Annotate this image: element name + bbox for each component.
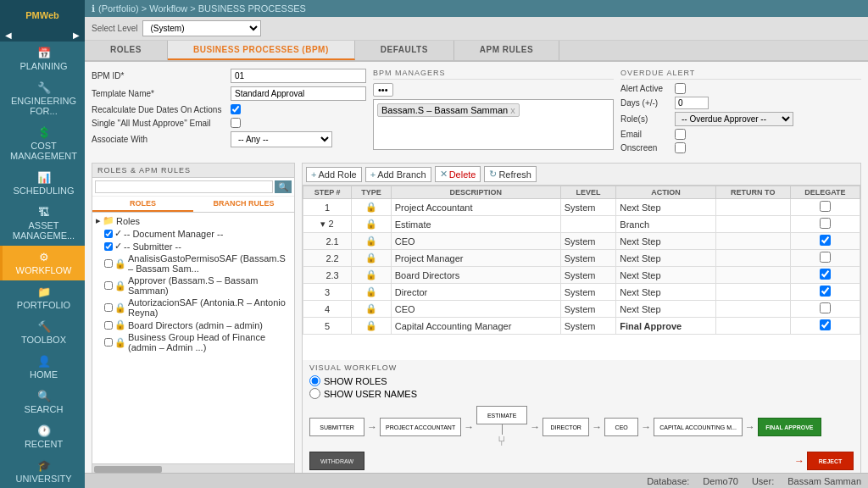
- table-row[interactable]: 2.2 🔒 Project Manager System Next Step: [303, 250, 860, 267]
- toolbox-icon: 🔨: [37, 320, 51, 333]
- wf-submitter: SUBMITTER: [309, 418, 364, 436]
- tree-checkbox[interactable]: [104, 281, 113, 290]
- step-delegate[interactable]: [790, 267, 860, 284]
- step-desc: Board Directors: [391, 267, 560, 284]
- roles-search-button[interactable]: 🔍: [275, 180, 292, 193]
- tree-item-business-group[interactable]: 🔒 Business Group Head of Finance (admin …: [94, 331, 292, 353]
- step-action: Branch: [616, 216, 715, 233]
- add-branch-icon: +: [370, 169, 376, 180]
- nav-prev[interactable]: ◀: [5, 30, 12, 40]
- expand-icon: ▸: [96, 215, 101, 226]
- remove-manager[interactable]: x: [510, 105, 515, 115]
- bpm-id-input[interactable]: [231, 69, 366, 83]
- table-row[interactable]: 4 🔒 CEO System Next Step: [303, 301, 860, 318]
- roles-panel-header: ROLES & APM RULES: [92, 164, 294, 178]
- roles-select[interactable]: -- Overdue Approver --: [675, 112, 793, 126]
- step-delegate[interactable]: [790, 250, 860, 267]
- associate-select[interactable]: -- Any --: [231, 131, 332, 147]
- template-input[interactable]: [231, 86, 366, 101]
- sidebar-item-recent[interactable]: 🕐 RECENT: [0, 419, 85, 454]
- sidebar-item-planning[interactable]: 📅 PLANNING: [0, 42, 85, 76]
- tab-roles[interactable]: ROLES: [85, 41, 168, 60]
- manager-name: Bassam.S – Bassam Samman: [381, 105, 508, 115]
- add-branch-button[interactable]: + Add Branch: [365, 167, 431, 182]
- wf-director: DIRECTOR: [542, 418, 589, 436]
- sidebar-item-toolbox[interactable]: 🔨 TOOLBOX: [0, 315, 85, 350]
- user-label: User:: [752, 476, 774, 486]
- tree-checkbox[interactable]: [104, 259, 113, 268]
- nav-next[interactable]: ▶: [73, 30, 80, 40]
- tree-checkbox[interactable]: [104, 242, 113, 251]
- alert-active-checkbox[interactable]: [675, 83, 686, 94]
- tab-branch-rules[interactable]: BRANCH RULES: [193, 197, 294, 212]
- show-roles-row: SHOW ROLES: [309, 375, 854, 386]
- recalculate-checkbox[interactable]: [231, 104, 241, 114]
- step-level: [560, 216, 616, 233]
- table-row[interactable]: 2.3 🔒 Board Directors System Next Step: [303, 267, 860, 284]
- table-row[interactable]: 5 🔒 Capital Accounting Manager System Fi…: [303, 318, 860, 335]
- add-role-label: Add Role: [318, 169, 356, 180]
- roles-panel: ROLES & APM RULES 🔍 ROLES BRANCH RULES ▸…: [92, 163, 295, 474]
- step-delegate[interactable]: [790, 216, 860, 233]
- tree-item-board[interactable]: 🔒 Board Directors (admin – admin): [94, 319, 292, 331]
- show-roles-radio[interactable]: [309, 375, 320, 386]
- table-row[interactable]: 1 🔒 Project Accountant System Next Step: [303, 199, 860, 216]
- sidebar-item-search[interactable]: 🔍 SEARCH: [0, 385, 85, 419]
- roles-search-input[interactable]: [95, 180, 273, 193]
- days-input[interactable]: [675, 97, 709, 109]
- step-delegate[interactable]: [790, 318, 860, 335]
- delete-label: Delete: [449, 169, 476, 180]
- step-delegate[interactable]: [790, 199, 860, 216]
- show-user-names-row: SHOW USER NAMES: [309, 388, 854, 399]
- cost-icon: 💲: [37, 126, 51, 139]
- sidebar-item-workflow[interactable]: ⚙ WORKFLOW: [0, 246, 85, 280]
- show-user-names-radio[interactable]: [309, 388, 320, 399]
- onscreen-checkbox[interactable]: [675, 142, 686, 153]
- lock-icon: 🔒: [114, 337, 126, 348]
- step-delegate[interactable]: [790, 301, 860, 318]
- wf-estimate-group: ESTIMATE ⑂: [476, 406, 527, 448]
- delete-button[interactable]: ✕ Delete: [435, 166, 481, 182]
- step-return: [715, 199, 790, 216]
- email-checkbox[interactable]: [675, 129, 686, 140]
- alert-active-label: Alert Active: [620, 84, 671, 93]
- table-row[interactable]: 2.1 🔒 CEO System Next Step: [303, 233, 860, 250]
- user-value: Bassam Samman: [787, 476, 861, 486]
- tab-apm-rules[interactable]: APM RULES: [454, 41, 559, 60]
- tree-item-approver[interactable]: 🔒 Approver (Bassam.S – Bassam Samman): [94, 274, 292, 297]
- tree-item-submitter[interactable]: ✓ -- Submitter --: [94, 240, 292, 252]
- tree-checkbox[interactable]: [104, 303, 113, 312]
- sidebar-item-cost[interactable]: 💲 COST MANAGEMENT: [0, 121, 85, 166]
- steps-table: STEP # TYPE DESCRIPTION LEVEL ACTION RET…: [303, 186, 860, 335]
- sidebar-item-university[interactable]: 🎓 UNIVERSITY: [0, 454, 85, 488]
- sidebar-item-scheduling[interactable]: 📊 SCHEDULING: [0, 166, 85, 201]
- single-email-checkbox[interactable]: [231, 118, 241, 128]
- sidebar-item-portfolio[interactable]: 📁 PORTFOLIO: [0, 280, 85, 315]
- table-row[interactable]: 3 🔒 Director System Next Step: [303, 284, 860, 301]
- tree-checkbox[interactable]: [104, 338, 113, 347]
- tab-roles-list[interactable]: ROLES: [92, 197, 193, 212]
- sidebar-item-home[interactable]: 👤 HOME: [0, 350, 85, 385]
- tree-item-roles[interactable]: ▸ 📁 Roles: [94, 214, 292, 227]
- level-select[interactable]: (System): [142, 20, 261, 36]
- tree-item-doc-manager[interactable]: ✓ -- Document Manager --: [94, 227, 292, 240]
- tree-checkbox[interactable]: [104, 230, 113, 238]
- sidebar-item-label: COST MANAGEMENT: [6, 141, 81, 161]
- tree-item-analisis[interactable]: 🔒 AnalisisGastoPermisoSAF (Bassam.S – Ba…: [94, 252, 292, 274]
- step-action: Next Step: [616, 267, 715, 284]
- step-delegate[interactable]: [790, 233, 860, 250]
- tree-checkbox[interactable]: [104, 321, 113, 330]
- tab-bpm[interactable]: BUSINESS PROCESSES (BPM): [168, 41, 355, 60]
- add-role-button[interactable]: + Add Role: [306, 167, 362, 182]
- tree-item-autorizacion[interactable]: 🔒 AutorizacionSAF (Antonia.R – Antonio R…: [94, 297, 292, 319]
- sidebar-item-engineering[interactable]: 🔧 ENGINEERING FOR...: [0, 76, 85, 121]
- lower-section: ROLES & APM RULES 🔍 ROLES BRANCH RULES ▸…: [92, 163, 861, 474]
- dots-button[interactable]: •••: [373, 83, 393, 97]
- refresh-button[interactable]: ↻ Refresh: [484, 166, 537, 182]
- tab-defaults[interactable]: DEFAULTS: [355, 41, 454, 60]
- step-delegate[interactable]: [790, 284, 860, 301]
- sidebar-item-asset[interactable]: 🏗 ASSET MANAGEME...: [0, 201, 85, 246]
- sidebar-item-label: PLANNING: [19, 61, 67, 71]
- table-row[interactable]: ▾ 2 🔒 Estimate Branch: [303, 216, 860, 233]
- step-level: System: [560, 199, 616, 216]
